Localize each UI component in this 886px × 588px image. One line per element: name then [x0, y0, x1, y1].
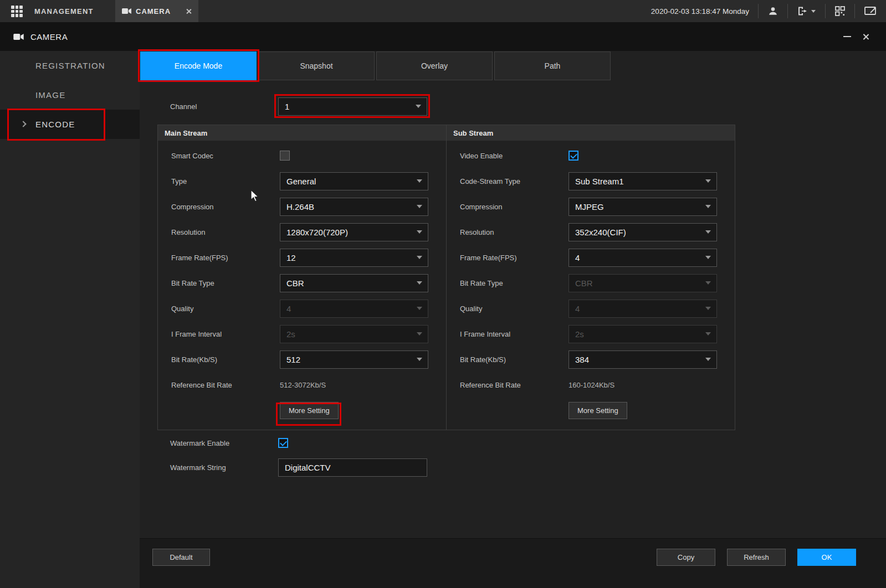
video-enable-checkbox[interactable]	[569, 151, 578, 161]
camera-tab-topbar[interactable]: CAMERA	[115, 0, 198, 22]
smart-codec-checkbox[interactable]	[280, 151, 290, 161]
display-mode-icon[interactable]	[855, 6, 886, 16]
ok-button[interactable]: OK	[797, 549, 856, 566]
main-resolution-select[interactable]: 1280x720(720P)	[280, 223, 428, 241]
sub-frame-rate-select[interactable]: 4	[569, 249, 717, 267]
main-more-setting-button[interactable]: More Setting	[280, 402, 339, 419]
channel-label: Channel	[170, 102, 278, 111]
sub-quality-select: 4	[569, 300, 717, 318]
sub-i-frame-interval-select: 2s	[569, 325, 717, 343]
window-title-bar: CAMERA	[0, 22, 886, 51]
sidebar-item-encode[interactable]: ENCODE	[0, 110, 140, 139]
chevron-down-icon	[417, 179, 422, 183]
main-bit-rate-type-select[interactable]: CBR	[280, 274, 428, 292]
watermark-string-input[interactable]	[278, 458, 427, 477]
chevron-down-icon	[417, 281, 422, 285]
apps-grid-icon[interactable]	[11, 6, 23, 17]
main-type-select[interactable]: General	[280, 172, 428, 190]
default-button[interactable]: Default	[152, 549, 210, 566]
close-window-icon[interactable]	[862, 33, 869, 40]
chevron-right-icon	[20, 121, 26, 127]
chevron-down-icon	[705, 230, 711, 234]
tab-snapshot[interactable]: Snapshot	[258, 51, 375, 80]
minimize-icon[interactable]	[843, 36, 851, 37]
mouse-cursor	[250, 189, 260, 203]
main-reference-bit-rate-value: 512-3072Kb/S	[280, 381, 326, 389]
chevron-down-icon	[417, 307, 422, 310]
datetime-text: 2020-02-03 13:18:47 Monday	[651, 7, 749, 16]
camera-icon	[122, 8, 131, 14]
user-account-icon[interactable]	[759, 6, 787, 16]
channel-select[interactable]: 1	[278, 97, 427, 116]
sub-more-setting-button[interactable]: More Setting	[569, 402, 627, 419]
sub-bit-rate-select[interactable]: 384	[569, 350, 717, 369]
sidebar-item-registration[interactable]: REGISTRATION	[0, 51, 140, 80]
tab-encode-mode[interactable]: Encode Mode	[140, 51, 257, 80]
topbar-right-cluster: 2020-02-03 13:18:47 Monday	[651, 0, 886, 22]
chevron-down-icon	[705, 332, 711, 336]
chevron-down-icon	[705, 358, 711, 361]
content-area: Encode Mode Snapshot Overlay Path Channe…	[140, 51, 886, 588]
chevron-down-icon	[416, 105, 421, 108]
refresh-button[interactable]: Refresh	[727, 549, 786, 566]
sidebar: REGISTRATION IMAGE ENCODE	[0, 51, 140, 588]
chevron-down-icon	[705, 307, 711, 310]
copy-button[interactable]: Copy	[657, 549, 715, 566]
sub-resolution-select[interactable]: 352x240(CIF)	[569, 223, 717, 241]
close-tab-icon[interactable]	[186, 8, 192, 14]
top-bar: MANAGEMENT CAMERA 2020-02-03 13:18:47 Mo…	[0, 0, 886, 22]
watermark-string-row: Watermark String	[170, 458, 427, 477]
chevron-down-icon	[417, 230, 422, 234]
main-stream-panel: Main Stream Smart Codec Type General Com…	[158, 125, 446, 430]
main-quality-select: 4	[280, 300, 428, 318]
management-menu[interactable]: MANAGEMENT	[34, 0, 94, 22]
main-compression-select[interactable]: H.264B	[280, 198, 428, 216]
qr-code-icon[interactable]	[826, 6, 854, 16]
sub-stream-panel: Sub Stream Video Enable Code-Stream Type…	[446, 125, 735, 430]
tab-overlay[interactable]: Overlay	[376, 51, 493, 80]
footer-bar: Default Copy Refresh OK	[140, 538, 886, 588]
sidebar-item-image[interactable]: IMAGE	[0, 80, 140, 110]
chevron-down-icon	[417, 205, 422, 208]
sub-reference-bit-rate-value: 160-1024Kb/S	[569, 381, 614, 389]
sub-code-stream-type-select[interactable]: Sub Stream1	[569, 172, 717, 190]
main-frame-rate-select[interactable]: 12	[280, 249, 428, 267]
page-title: CAMERA	[30, 32, 68, 42]
chevron-down-icon	[417, 332, 422, 336]
stream-panels: Main Stream Smart Codec Type General Com…	[157, 125, 735, 430]
chevron-down-icon	[417, 358, 422, 361]
camera-icon	[13, 33, 24, 40]
channel-row: Channel 1	[170, 97, 427, 116]
sub-bit-rate-type-select: CBR	[569, 274, 717, 292]
chevron-down-icon	[417, 256, 422, 259]
main-i-frame-interval-select: 2s	[280, 325, 428, 343]
tab-strip: Encode Mode Snapshot Overlay Path	[140, 51, 612, 80]
dvr-app-window: MANAGEMENT CAMERA 2020-02-03 13:18:47 Mo…	[0, 0, 886, 588]
watermark-enable-checkbox[interactable]	[278, 438, 288, 448]
camera-tab-label: CAMERA	[136, 7, 171, 16]
chevron-down-icon	[705, 281, 711, 285]
tab-path[interactable]: Path	[494, 51, 611, 80]
chevron-down-icon	[705, 256, 711, 259]
watermark-enable-row: Watermark Enable	[170, 434, 288, 452]
main-stream-header: Main Stream	[158, 125, 446, 141]
main-bit-rate-select[interactable]: 512	[280, 350, 428, 369]
chevron-down-icon	[705, 179, 711, 183]
logout-caret-icon	[811, 10, 816, 13]
logout-icon[interactable]	[788, 6, 825, 16]
sub-stream-header: Sub Stream	[447, 125, 735, 141]
chevron-down-icon	[705, 205, 711, 208]
sub-compression-select[interactable]: MJPEG	[569, 198, 717, 216]
